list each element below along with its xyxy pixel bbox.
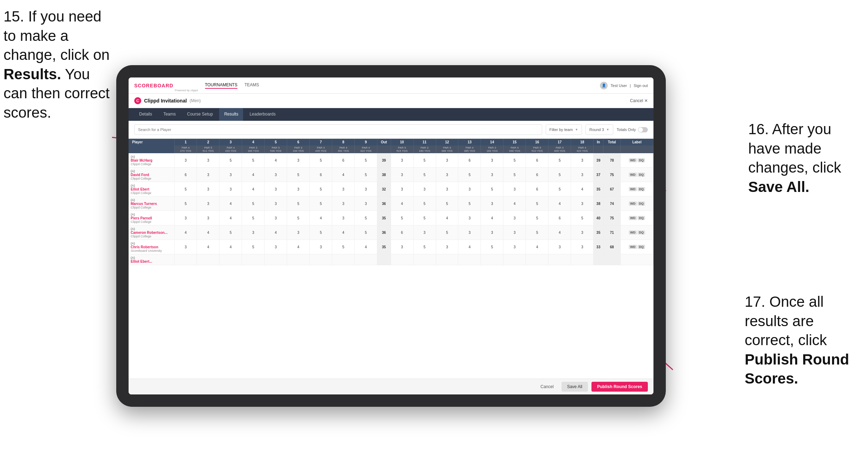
hole-14-score[interactable]: 4 [481,211,503,225]
hole-17-score[interactable]: 6 [548,211,571,225]
hole-11-score[interactable]: 3 [413,225,436,240]
hole-6-score[interactable]: 5 [287,211,310,225]
hole-16-score[interactable]: 5 [526,225,548,240]
hole-6-score[interactable] [287,254,310,265]
hole-17-score[interactable]: 5 [548,153,571,168]
hole-17-score[interactable]: 4 [548,197,571,211]
dq-button[interactable]: DQ [638,201,645,206]
hole-18-score[interactable]: 3 [571,168,594,182]
hole-5-score[interactable]: 3 [265,240,287,254]
hole-14-score[interactable] [481,254,503,265]
hole-14-score[interactable]: 3 [481,225,503,240]
hole-17-score[interactable]: 3 [548,240,571,254]
hole-7-score[interactable]: 5 [310,225,332,240]
hole-3-score[interactable]: 5 [219,225,242,240]
hole-12-score[interactable]: 3 [436,240,458,254]
hole-18-score[interactable]: 3 [571,240,594,254]
hole-9-score[interactable]: 5 [355,153,377,168]
hole-5-score[interactable] [265,254,287,265]
hole-10-score[interactable]: 4 [391,197,413,211]
hole-1-score[interactable]: 5 [174,197,197,211]
hole-6-score[interactable]: 5 [287,168,310,182]
tab-details[interactable]: Details [134,108,157,121]
hole-5-score[interactable]: 3 [265,211,287,225]
hole-13-score[interactable]: 3 [458,225,481,240]
hole-1-score[interactable]: 6 [174,168,197,182]
hole-2-score[interactable]: 3 [197,153,219,168]
hole-18-score[interactable]: 3 [571,153,594,168]
hole-15-score[interactable] [503,254,526,265]
hole-5-score[interactable]: 4 [265,153,287,168]
cancel-x-button[interactable]: Cancel ✕ [630,98,648,103]
hole-16-score[interactable]: 6 [526,153,548,168]
hole-10-score[interactable]: 5 [391,211,413,225]
hole-1-score[interactable]: 4 [174,225,197,240]
hole-17-score[interactable] [548,254,571,265]
hole-9-score[interactable] [355,254,377,265]
hole-5-score[interactable]: 4 [265,225,287,240]
hole-3-score[interactable]: 3 [219,182,242,197]
hole-8-score[interactable]: 5 [332,240,355,254]
hole-4-score[interactable]: 4 [242,182,265,197]
search-input[interactable] [134,124,542,135]
hole-7-score[interactable]: 4 [310,211,332,225]
hole-7-score[interactable]: 5 [310,197,332,211]
publish-round-scores-button[interactable]: Publish Round Scores [591,382,648,392]
hole-11-score[interactable]: 3 [413,182,436,197]
hole-2-score[interactable]: 3 [197,168,219,182]
filter-team-dropdown[interactable]: Filter by team ▼ [546,124,582,135]
hole-16-score[interactable]: 6 [526,168,548,182]
hole-4-score[interactable]: 4 [242,168,265,182]
hole-10-score[interactable]: 3 [391,168,413,182]
hole-11-score[interactable]: 5 [413,153,436,168]
hole-10-score[interactable]: 6 [391,225,413,240]
hole-6-score[interactable]: 3 [287,153,310,168]
hole-17-score[interactable]: 4 [548,225,571,240]
hole-6-score[interactable]: 4 [287,240,310,254]
hole-16-score[interactable]: 4 [526,240,548,254]
totals-only-toggle[interactable]: Totals Only [617,127,648,132]
wd-button[interactable]: WD [629,201,637,206]
hole-9-score[interactable]: 4 [355,240,377,254]
sign-out-link[interactable]: Sign out [634,83,648,88]
hole-8-score[interactable]: 3 [332,182,355,197]
hole-2-score[interactable] [197,254,219,265]
hole-2-score[interactable]: 3 [197,197,219,211]
hole-7-score[interactable] [310,254,332,265]
hole-14-score[interactable]: 5 [481,240,503,254]
hole-13-score[interactable] [458,254,481,265]
hole-13-score[interactable]: 4 [458,240,481,254]
hole-3-score[interactable]: 4 [219,197,242,211]
tab-leaderboards[interactable]: Leaderboards [244,108,280,121]
save-all-button[interactable]: Save All [562,382,588,392]
hole-14-score[interactable]: 5 [481,182,503,197]
hole-2-score[interactable]: 4 [197,240,219,254]
hole-15-score[interactable]: 3 [503,182,526,197]
hole-13-score[interactable]: 3 [458,182,481,197]
hole-15-score[interactable]: 3 [503,225,526,240]
hole-8-score[interactable] [332,254,355,265]
hole-16-score[interactable]: 5 [526,211,548,225]
hole-15-score[interactable]: 5 [503,168,526,182]
nav-tournaments[interactable]: TOURNAMENTS [205,82,237,89]
hole-11-score[interactable]: 5 [413,240,436,254]
hole-15-score[interactable]: 3 [503,240,526,254]
hole-4-score[interactable]: 5 [242,211,265,225]
hole-4-score[interactable]: 3 [242,225,265,240]
hole-15-score[interactable]: 4 [503,197,526,211]
hole-9-score[interactable]: 5 [355,225,377,240]
hole-10-score[interactable]: 3 [391,182,413,197]
hole-7-score[interactable]: 6 [310,168,332,182]
hole-18-score[interactable]: 3 [571,225,594,240]
dq-button[interactable]: DQ [638,245,645,249]
hole-8-score[interactable]: 4 [332,168,355,182]
hole-3-score[interactable]: 5 [219,153,242,168]
hole-17-score[interactable]: 5 [548,182,571,197]
hole-1-score[interactable]: 5 [174,182,197,197]
hole-18-score[interactable]: 4 [571,182,594,197]
round-dropdown[interactable]: Round 3 ▼ [585,124,613,135]
dq-button[interactable]: DQ [638,216,645,220]
toggle-switch[interactable] [638,127,648,132]
hole-6-score[interactable]: 5 [287,197,310,211]
wd-button[interactable]: WD [629,216,637,220]
